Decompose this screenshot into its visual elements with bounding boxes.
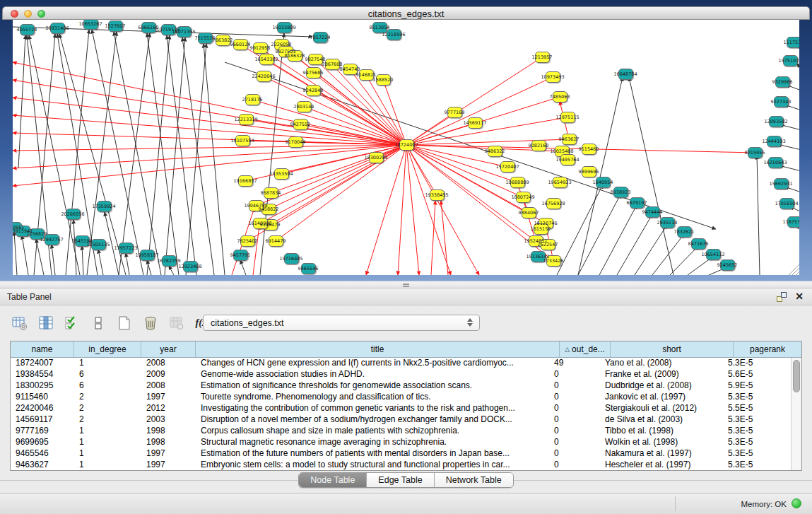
- table-body: 1872400712008Changes of HCN gene express…: [11, 358, 791, 470]
- graph-node-label: 15720407: [495, 164, 519, 170]
- column-header-name[interactable]: name: [11, 341, 74, 357]
- table-cell: de Silva et al. (2003): [600, 414, 723, 426]
- graph-node-label: 1156829: [27, 231, 47, 237]
- graph-node-label: 7625402: [237, 238, 258, 244]
- table-cell: 9115460: [11, 392, 74, 403]
- table-cell: 1997: [141, 448, 196, 460]
- sort-ascending-icon: △: [565, 346, 570, 353]
- table-row[interactable]: 1938455462009Genome-wide association stu…: [11, 369, 791, 380]
- column-visibility-icon[interactable]: [37, 315, 54, 332]
- graph-edge: [92, 30, 143, 275]
- table-cell: Dudbridge et al. (2008): [600, 380, 723, 392]
- graph-edge: [431, 201, 435, 275]
- graph-node-label: 12213319: [234, 117, 257, 122]
- graph-node-label: 15353594: [269, 171, 293, 177]
- table-row[interactable]: 1456911722003Disruption of a novel membe…: [11, 414, 791, 426]
- graph-edge: [757, 156, 760, 275]
- graph-edge: [147, 33, 179, 275]
- table-selector-value: citations_edges.txt: [211, 318, 284, 328]
- table-cell: 18300295: [11, 380, 74, 392]
- graph-node-label: 9884067: [519, 210, 539, 216]
- graph-node-label: 9587834: [261, 190, 281, 196]
- table-scrollbar[interactable]: [791, 358, 801, 470]
- dropdown-arrows-icon: [467, 318, 473, 327]
- graph-node-label: 15751074: [778, 58, 799, 64]
- graph-edge: [264, 76, 406, 145]
- graph-node-label: 8427552: [290, 122, 311, 127]
- graph-edge: [366, 145, 406, 275]
- graph-node-label: 18300295: [364, 155, 387, 160]
- table-settings-icon[interactable]: [11, 315, 28, 332]
- table-row[interactable]: 969969511998Structural magnetic resonanc…: [11, 437, 791, 448]
- table-cell: 5.3E-5: [723, 358, 791, 369]
- graph-node-label: 2935114: [657, 220, 678, 226]
- table-cell: 5.3E-5: [723, 448, 791, 460]
- table-cell: 2: [74, 403, 141, 414]
- column-header-label: pagerank: [750, 344, 785, 354]
- table-toolbar: f(x): [11, 313, 211, 334]
- new-table-icon[interactable]: [116, 315, 133, 332]
- float-panel-icon[interactable]: [777, 292, 787, 302]
- table-cell: 2009: [141, 369, 196, 380]
- close-panel-icon[interactable]: ✕: [795, 291, 804, 302]
- tab-edge-table[interactable]: Edge Table: [367, 473, 434, 487]
- column-header-pagerank[interactable]: pagerank: [734, 341, 801, 357]
- delete-trash-icon[interactable]: [142, 315, 159, 332]
- graph-node-label: 6914479: [266, 238, 286, 244]
- table-row[interactable]: 946554611997Estimation of the future num…: [11, 448, 791, 460]
- split-pane-divider[interactable]: [0, 281, 812, 288]
- resize-grip-icon[interactable]: [796, 271, 799, 275]
- tab-network-table[interactable]: Network Table: [435, 473, 513, 487]
- table-row[interactable]: 2242004622012Investigating the contribut…: [11, 403, 791, 414]
- column-header-short[interactable]: short: [611, 341, 734, 357]
- graph-edge: [82, 246, 83, 275]
- row-height-icon[interactable]: [90, 315, 107, 332]
- graph-node-label: 11675305: [782, 219, 799, 225]
- column-header-year[interactable]: year: [141, 341, 196, 357]
- table-cell: 2012: [141, 403, 196, 414]
- graph-node-label: 12942757: [40, 237, 63, 243]
- select-rows-icon[interactable]: [64, 315, 81, 332]
- network-canvas[interactable]: 4055724209314061065326715276076966160107…: [13, 20, 799, 275]
- graph-node-label: 8215955: [745, 150, 765, 156]
- table-row[interactable]: 946362711997Embryonic stem cells: a mode…: [11, 460, 791, 470]
- graph-node-label: 6966160: [139, 25, 159, 30]
- column-header-out_de[interactable]: △out_de...: [560, 341, 611, 357]
- graph-node-label: 9474444: [642, 209, 663, 215]
- table-row[interactable]: 1830029562008Estimation of significance …: [11, 380, 791, 392]
- resize-grip-icon[interactable]: [792, 268, 799, 275]
- table-cell: Tibbo et al. (1998): [600, 426, 723, 437]
- graph-node-label: 1588520: [373, 77, 394, 83]
- graph-node-label: 16543382: [254, 57, 278, 62]
- graph-node-label: 1527607: [105, 23, 126, 29]
- column-header-in_degree[interactable]: in_degree: [74, 341, 141, 357]
- graph-node-label: 2803144: [294, 104, 314, 110]
- graph-node-label: 9912958: [250, 45, 271, 51]
- tab-node-table[interactable]: Node Table: [299, 473, 367, 487]
- column-header-title[interactable]: title: [196, 341, 560, 357]
- graph-edge: [13, 145, 406, 151]
- memory-ok-indicator-icon[interactable]: [792, 498, 801, 508]
- table-row[interactable]: 911546021997Tourette syndrome. Phenomeno…: [11, 392, 791, 403]
- graph-node-label: 8813054: [370, 25, 390, 30]
- graph-node-label: 22420046: [252, 74, 275, 79]
- graph-node-label: 2718176: [242, 97, 263, 103]
- table-panel: Table Panel ✕ f(x) citations_edges.txt: [0, 288, 812, 514]
- column-header-label: name: [31, 344, 52, 354]
- graph-edge: [523, 199, 536, 241]
- table-row[interactable]: 977716911998Corpus callosum shape and si…: [11, 426, 791, 437]
- table-cell: 9699695: [11, 437, 74, 448]
- graph-node-label: 18107554: [230, 138, 254, 144]
- graph-node-label: 9245652: [717, 262, 738, 268]
- graph-node-label: 9463627: [559, 136, 579, 142]
- scrollbar-thumb[interactable]: [793, 360, 800, 392]
- network-window-titlebar[interactable]: citations_edges.txt: [2, 6, 810, 20]
- table-cell: 5.3E-5: [723, 426, 791, 437]
- graph-node-label: 8471676: [688, 241, 709, 247]
- table-cell: 5.9E-5: [723, 380, 791, 392]
- graph-node-label: 7485063: [550, 94, 570, 100]
- table-row[interactable]: 1872400712008Changes of HCN gene express…: [11, 358, 791, 369]
- table-selector-dropdown[interactable]: citations_edges.txt: [203, 315, 480, 331]
- graph-node-label: 10688809: [505, 180, 529, 185]
- divider-grip-icon[interactable]: [403, 284, 409, 287]
